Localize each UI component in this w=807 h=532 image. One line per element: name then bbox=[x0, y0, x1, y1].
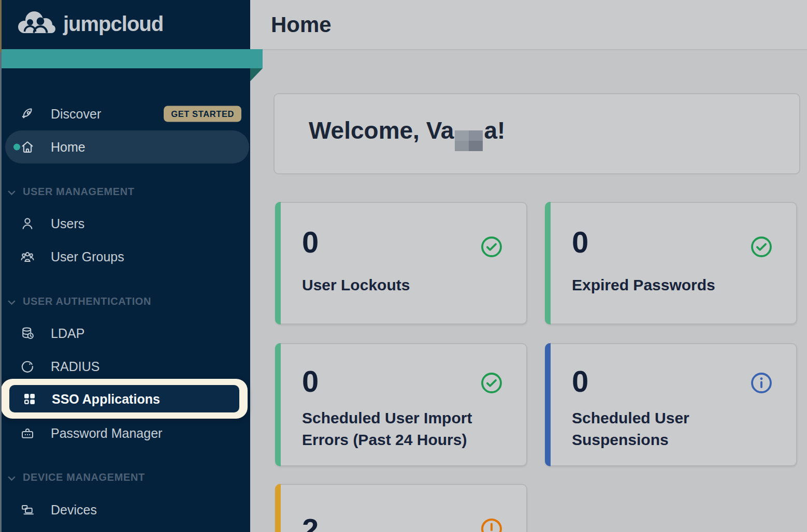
stat-value: 0 bbox=[302, 225, 319, 259]
check-circle-icon bbox=[480, 371, 503, 395]
sidebar-item-label: Users bbox=[51, 216, 84, 231]
section-device-management[interactable]: DEVICE MANAGEMENT bbox=[0, 470, 250, 484]
card-accent-bar bbox=[545, 343, 551, 466]
check-circle-icon bbox=[480, 235, 503, 259]
stat-label: Scheduled User Import Errors (Past 24 Ho… bbox=[302, 407, 488, 451]
redacted-name-pixelation bbox=[455, 130, 483, 151]
stat-card-expired-passwords[interactable]: 0 Expired Passwords bbox=[545, 202, 797, 324]
stat-label: Expired Passwords bbox=[572, 274, 758, 296]
welcome-card: Welcome, Vaa! bbox=[273, 93, 800, 174]
stat-card-scheduled-suspensions[interactable]: 0 Scheduled User Suspensions bbox=[545, 343, 797, 466]
sidebar-item-password-manager[interactable]: Password Manager bbox=[0, 417, 250, 450]
main-header: Home bbox=[250, 0, 807, 50]
sidebar-item-label: SSO Applications bbox=[52, 391, 160, 406]
section-title: USER AUTHENTICATION bbox=[23, 295, 151, 307]
ldap-database-icon bbox=[20, 326, 35, 341]
welcome-suffix: a! bbox=[484, 117, 505, 144]
chevron-down-icon bbox=[8, 189, 16, 195]
check-circle-icon bbox=[750, 235, 773, 259]
stat-label: Scheduled User Suspensions bbox=[572, 407, 758, 451]
section-title: USER MANAGEMENT bbox=[23, 186, 135, 198]
sidebar-item-label: Devices bbox=[51, 503, 97, 518]
sidebar-item-label: LDAP bbox=[51, 326, 84, 341]
card-accent-bar bbox=[275, 484, 281, 532]
stat-value: 0 bbox=[572, 364, 588, 398]
section-title: DEVICE MANAGEMENT bbox=[23, 471, 145, 483]
sso-grid-icon bbox=[22, 391, 37, 407]
welcome-prefix: Welcome, Va bbox=[309, 117, 454, 144]
teal-accent-band bbox=[0, 49, 263, 68]
jumpcloud-logo[interactable]: jumpcloud bbox=[17, 9, 163, 38]
sidebar-item-ldap[interactable]: LDAP bbox=[0, 317, 250, 350]
sidebar: jumpcloud Discover GET STARTED Home bbox=[0, 0, 250, 532]
user-icon bbox=[20, 216, 35, 231]
stat-value: 2 bbox=[302, 512, 319, 532]
sidebar-item-label: Discover bbox=[51, 107, 101, 122]
screen-edge-bottom bbox=[0, 52, 2, 532]
stat-value: 0 bbox=[302, 364, 319, 398]
stat-card-user-lockouts[interactable]: 0 User Lockouts bbox=[275, 202, 527, 324]
welcome-heading: Welcome, Vaa! bbox=[309, 116, 505, 151]
jumpcloud-cloud-icon bbox=[17, 9, 58, 38]
info-circle-icon[interactable] bbox=[750, 371, 773, 395]
chevron-down-icon bbox=[8, 299, 16, 304]
sidebar-item-user-groups[interactable]: User Groups bbox=[0, 240, 250, 273]
sidebar-item-label: RADIUS bbox=[51, 359, 99, 374]
card-accent-bar bbox=[545, 202, 551, 324]
tour-highlight-ring: SSO Applications bbox=[1, 379, 248, 419]
page-title: Home bbox=[271, 0, 332, 49]
sidebar-item-home[interactable]: Home bbox=[0, 130, 250, 164]
section-user-management[interactable]: USER MANAGEMENT bbox=[0, 185, 250, 198]
card-accent-bar bbox=[275, 343, 281, 466]
screen-edge-top bbox=[0, 0, 2, 52]
card-accent-bar bbox=[275, 202, 281, 324]
sidebar-item-sso-applications[interactable]: SSO Applications bbox=[9, 385, 239, 412]
rocket-icon bbox=[20, 106, 35, 122]
sidebar-item-label: Home bbox=[51, 140, 85, 155]
get-started-badge[interactable]: GET STARTED bbox=[164, 106, 241, 122]
sidebar-item-radius[interactable]: RADIUS bbox=[0, 350, 250, 383]
stat-card-warning[interactable]: 2 bbox=[275, 484, 527, 532]
radius-radar-icon bbox=[20, 359, 35, 374]
sidebar-item-label: User Groups bbox=[51, 249, 124, 264]
sidebar-item-users[interactable]: Users bbox=[0, 207, 250, 240]
teal-fold-corner bbox=[250, 68, 263, 81]
sidebar-item-label: Password Manager bbox=[51, 426, 162, 441]
stat-value: 0 bbox=[572, 225, 588, 259]
section-user-authentication[interactable]: USER AUTHENTICATION bbox=[0, 294, 250, 308]
user-group-icon bbox=[20, 249, 35, 264]
stat-card-scheduled-import-errors[interactable]: 0 Scheduled User Import Errors (Past 24 … bbox=[275, 343, 527, 466]
password-manager-icon bbox=[20, 425, 35, 441]
sidebar-item-devices[interactable]: Devices bbox=[0, 493, 250, 526]
chevron-down-icon bbox=[8, 475, 16, 480]
warning-circle-icon bbox=[480, 517, 503, 532]
sidebar-item-discover[interactable]: Discover GET STARTED bbox=[0, 97, 250, 130]
stat-label: User Lockouts bbox=[302, 274, 488, 296]
home-icon bbox=[20, 139, 35, 155]
devices-icon bbox=[20, 502, 35, 518]
jumpcloud-logo-text: jumpcloud bbox=[63, 12, 163, 36]
